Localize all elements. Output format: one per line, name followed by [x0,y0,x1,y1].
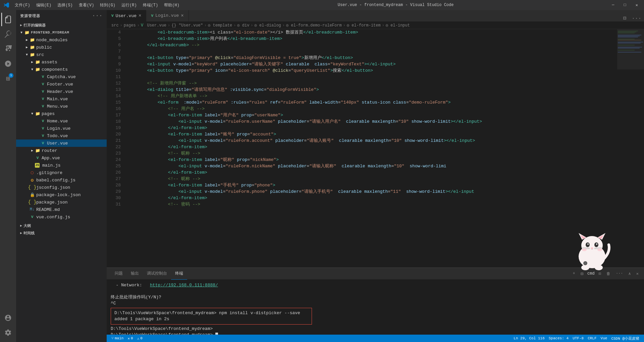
tree-item-src[interactable]: ▼ 📁 src [16,51,107,58]
json-file-icon: { } [30,185,35,190]
sidebar-menu-btn[interactable]: ··· [92,13,103,19]
terminal-add-btn[interactable]: + [571,271,576,277]
code-line-13: <el-dialog title = "请填写用户信息" :visible.sy… [126,87,617,93]
window-maximize-btn[interactable]: □ [621,3,629,7]
tree-item-main-js[interactable]: JS main.js [16,162,107,169]
terminal-trash-btn[interactable]: 🗑 [605,271,612,277]
git-branch-icon: ⑂ [111,336,114,340]
app-container: ⊞ 1 资源管理器 ··· ▶ 打开的编辑器 [0,10,644,342]
tab-user-vue[interactable]: V User.vue × [107,10,146,21]
status-spaces[interactable]: Spaces: 4 [547,336,571,340]
tree-item-package-lock[interactable]: 🔒 package-lock.json [16,191,107,198]
folder-icon: 📁 [30,52,35,57]
code-line-18: <el-input v-model = "ruleForm.userName" … [126,118,617,125]
vue-file-icon: V [40,89,46,94]
tree-item-user-vue[interactable]: V User.vue [16,139,107,147]
status-encoding[interactable]: UTF-8 [571,336,586,340]
tree-item-readme[interactable]: M↓ README.md [16,206,107,213]
menu-item[interactable]: 帮助(H) [161,2,182,9]
tree-item-babel[interactable]: ⚙ babel.config.js [16,176,107,184]
tree-item-node-modules[interactable]: ▶ 📁 node_modules [16,36,107,44]
vue-file-icon: V [30,214,35,220]
tree-item-components[interactable]: ▼ 📁 components [16,66,107,73]
tree-item-main-vue[interactable]: V Main.vue [16,95,107,103]
activity-extensions[interactable]: ⊞ 1 [1,72,15,85]
tree-item-menu-vue[interactable]: V Menu.vue [16,103,107,110]
network-url[interactable]: http://192.168.0.111:8888/ [150,283,218,288]
code-line-6: </el-breadcrumb> --> [126,42,617,48]
menu-item[interactable]: 文件(F) [12,2,33,9]
git-file-icon: ⬡ [30,170,35,175]
tab-close-btn[interactable]: × [181,13,183,18]
tree-item-footer[interactable]: V Footer.vue [16,80,107,88]
terminal-layout-btn[interactable]: ⊡ [597,271,602,277]
terminal-tab-problems[interactable]: 问题 [111,268,127,280]
activity-account[interactable] [1,311,15,325]
main-content: 资源管理器 ··· ▶ 打开的编辑器 ▼ 📁 FRONTEND_MYDREAM … [16,10,644,342]
terminal-tab-output[interactable]: 输出 [127,268,143,280]
code-line-16: <!-- 用户名 --> [126,106,617,112]
status-position[interactable]: Ln 29, Col 116 [512,336,546,340]
terminal-split-btn[interactable]: ⊟ [579,270,585,277]
tree-item-router[interactable]: ▶ 📁 router [16,147,107,154]
terminal-tab-debug[interactable]: 调试控制台 [143,268,171,280]
tree-item-app-vue[interactable]: V App.vue [16,154,107,162]
more-actions-btn[interactable]: ··· [629,15,644,21]
terminal-content[interactable]: - Network: http://192.168.0.111:8888/ 终止… [107,280,644,335]
activity-run-debug[interactable] [1,57,15,70]
split-editor-btn[interactable]: ⊟ [621,15,629,21]
status-eol[interactable]: CRLF [586,336,598,340]
code-line-9: <el-input v-model = "keyWord" placeholde… [126,61,617,67]
open-editors-header[interactable]: ▶ 打开的编辑器 [16,21,107,29]
tree-item-header[interactable]: V Header.vue [16,88,107,95]
status-warnings[interactable]: ⚠ 0 [135,336,145,341]
terminal-maximize-btn[interactable]: ∧ [627,271,632,277]
window-close-btn[interactable]: ✕ [633,3,641,8]
tree-item-public[interactable]: ▶ 📁 public [16,44,107,51]
tree-item-package-json[interactable]: { } package.json [16,198,107,206]
code-area[interactable]: <el-breadcrumb-item> <i class= "el-icon-… [123,29,617,268]
activity-source-control[interactable] [1,42,15,56]
code-line-24: <el-form-item label = "昵称" prop = "nickN… [126,157,617,163]
menu-item[interactable]: 查看(V) [76,2,97,9]
activity-settings[interactable] [1,326,15,339]
tree-item-captcha[interactable]: V Captcha.vue [16,73,107,80]
collapse-arrow: ▼ [24,52,30,57]
menu-item[interactable]: 选择(S) [55,2,75,9]
vue-file-icon: V [40,126,46,131]
terminal-tab-bar: 问题 输出 调试控制台 终端 + ⊟ cmd ⊡ [107,268,644,280]
code-line-25: <el-input v-model = "ruleForm.nickName" … [126,163,617,169]
timeline-header[interactable]: ▶ 时间线 [16,229,107,237]
terminal-more-btn[interactable]: ··· [614,271,625,277]
status-language[interactable]: Vue [599,336,609,340]
menu-item[interactable]: 转到(G) [97,2,118,9]
tree-item-home[interactable]: V Home.vue [16,117,107,125]
vue-file-icon: V [40,133,46,138]
editor-area: V User.vue × V Login.vue × ⊟ ··· src › p… [107,10,644,342]
menu-item[interactable]: 终端(T) [140,2,161,9]
titlebar-controls[interactable]: ─ □ ✕ [609,3,641,8]
menu-item[interactable]: 运行(R) [119,2,140,9]
tree-item-vue-config[interactable]: V vue.config.js [16,213,107,221]
activity-search[interactable] [1,27,15,41]
tree-item-login-vue[interactable]: V Login.vue [16,125,107,132]
terminal-tab-terminal[interactable]: 终端 [171,268,187,280]
outline-header[interactable]: ▶ 大纲 [16,222,107,229]
terminal-close-btn[interactable]: ✕ [635,271,640,277]
terminal-cursor [215,333,218,335]
tree-item-gitignore[interactable]: ⬡ .gitignore [16,169,107,176]
tree-item-jsconfig[interactable]: { } jsconfig.json [16,184,107,191]
tab-vue-icon: V [111,14,114,18]
tree-root[interactable]: ▼ 📁 FRONTEND_MYDREAM [16,29,107,36]
extensions-badge: 1 [9,73,13,78]
tree-item-todo[interactable]: V Todo.vue [16,132,107,139]
tab-close-btn[interactable]: × [139,13,141,18]
status-git-branch[interactable]: ⑂ main [109,336,125,340]
tab-login-vue[interactable]: V Login.vue × [146,10,189,21]
status-errors[interactable]: ✕ 0 [125,336,135,341]
activity-explorer[interactable] [1,13,15,26]
menu-item[interactable]: 编辑(E) [34,2,54,9]
window-minimize-btn[interactable]: ─ [609,3,617,7]
tree-item-pages[interactable]: ▼ 📁 pages [16,110,107,117]
tree-item-assets[interactable]: ▶ 📁 assets [16,58,107,66]
